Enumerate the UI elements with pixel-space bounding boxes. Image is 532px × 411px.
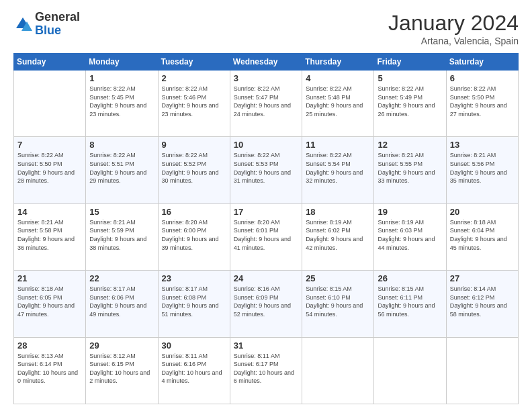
weekday-header: Sunday	[14, 54, 86, 71]
day-info: Sunrise: 8:22 AMSunset: 5:53 PMDaylight:…	[234, 151, 298, 185]
weekday-header: Wednesday	[230, 54, 302, 71]
calendar-cell: 29Sunrise: 8:12 AMSunset: 6:15 PMDayligh…	[86, 337, 158, 404]
day-number: 25	[306, 273, 370, 283]
day-info: Sunrise: 8:19 AMSunset: 6:02 PMDaylight:…	[306, 218, 370, 252]
calendar-cell: 14Sunrise: 8:21 AMSunset: 5:58 PMDayligh…	[14, 203, 86, 270]
day-number: 19	[378, 207, 442, 217]
calendar-cell: 18Sunrise: 8:19 AMSunset: 6:02 PMDayligh…	[302, 203, 374, 270]
day-number: 15	[89, 207, 154, 217]
calendar-cell: 11Sunrise: 8:22 AMSunset: 5:54 PMDayligh…	[302, 137, 374, 203]
calendar-cell: 7Sunrise: 8:22 AMSunset: 5:50 PMDaylight…	[14, 137, 86, 203]
day-number: 23	[162, 273, 226, 283]
weekday-header: Saturday	[446, 54, 518, 71]
day-number: 3	[234, 73, 298, 83]
weekday-header: Monday	[86, 54, 158, 71]
day-info: Sunrise: 8:20 AMSunset: 6:00 PMDaylight:…	[162, 218, 226, 252]
day-number: 5	[378, 73, 442, 83]
day-number: 20	[450, 207, 515, 217]
day-info: Sunrise: 8:17 AMSunset: 6:08 PMDaylight:…	[162, 285, 226, 318]
day-number: 27	[450, 273, 515, 283]
title-location: Artana, Valencia, Spain	[388, 36, 519, 46]
logo-general: General	[35, 11, 80, 24]
day-info: Sunrise: 8:22 AMSunset: 5:46 PMDaylight:…	[162, 85, 226, 118]
calendar-cell: 16Sunrise: 8:20 AMSunset: 6:00 PMDayligh…	[158, 203, 230, 270]
calendar-cell: 22Sunrise: 8:17 AMSunset: 6:06 PMDayligh…	[86, 271, 158, 337]
calendar-cell: 25Sunrise: 8:15 AMSunset: 6:10 PMDayligh…	[302, 271, 374, 337]
day-number: 9	[162, 140, 226, 150]
logo-icon	[13, 15, 32, 34]
day-info: Sunrise: 8:20 AMSunset: 6:01 PMDaylight:…	[234, 218, 298, 252]
day-info: Sunrise: 8:18 AMSunset: 6:04 PMDaylight:…	[450, 218, 515, 252]
day-info: Sunrise: 8:21 AMSunset: 5:55 PMDaylight:…	[378, 151, 442, 185]
day-number: 7	[17, 140, 82, 150]
calendar-cell	[14, 71, 86, 137]
calendar-cell: 24Sunrise: 8:16 AMSunset: 6:09 PMDayligh…	[230, 271, 302, 337]
calendar-cell: 15Sunrise: 8:21 AMSunset: 5:59 PMDayligh…	[86, 203, 158, 270]
day-info: Sunrise: 8:22 AMSunset: 5:47 PMDaylight:…	[234, 85, 298, 118]
day-info: Sunrise: 8:22 AMSunset: 5:50 PMDaylight:…	[17, 151, 82, 185]
day-info: Sunrise: 8:16 AMSunset: 6:09 PMDaylight:…	[234, 285, 298, 318]
calendar-cell: 17Sunrise: 8:20 AMSunset: 6:01 PMDayligh…	[230, 203, 302, 270]
day-number: 8	[89, 140, 154, 150]
day-number: 13	[450, 140, 515, 150]
day-info: Sunrise: 8:21 AMSunset: 5:56 PMDaylight:…	[450, 151, 515, 185]
calendar-cell: 23Sunrise: 8:17 AMSunset: 6:08 PMDayligh…	[158, 271, 230, 337]
weekday-header: Thursday	[302, 54, 374, 71]
day-number: 14	[17, 207, 82, 217]
day-info: Sunrise: 8:11 AMSunset: 6:16 PMDaylight:…	[162, 352, 226, 385]
day-number: 16	[162, 207, 226, 217]
day-info: Sunrise: 8:22 AMSunset: 5:48 PMDaylight:…	[306, 85, 370, 118]
calendar-cell: 19Sunrise: 8:19 AMSunset: 6:03 PMDayligh…	[374, 203, 446, 270]
calendar-cell: 10Sunrise: 8:22 AMSunset: 5:53 PMDayligh…	[230, 137, 302, 203]
day-number: 10	[234, 140, 298, 150]
day-info: Sunrise: 8:22 AMSunset: 5:45 PMDaylight:…	[89, 85, 154, 118]
calendar-cell: 21Sunrise: 8:18 AMSunset: 6:05 PMDayligh…	[14, 271, 86, 337]
day-number: 26	[378, 273, 442, 283]
calendar-cell: 9Sunrise: 8:22 AMSunset: 5:52 PMDaylight…	[158, 137, 230, 203]
day-info: Sunrise: 8:22 AMSunset: 5:49 PMDaylight:…	[378, 85, 442, 118]
calendar-cell: 6Sunrise: 8:22 AMSunset: 5:50 PMDaylight…	[446, 71, 518, 137]
day-info: Sunrise: 8:13 AMSunset: 6:14 PMDaylight:…	[17, 352, 82, 385]
day-info: Sunrise: 8:11 AMSunset: 6:17 PMDaylight:…	[234, 352, 298, 385]
calendar-cell	[302, 337, 374, 404]
day-info: Sunrise: 8:14 AMSunset: 6:12 PMDaylight:…	[450, 285, 515, 318]
day-info: Sunrise: 8:12 AMSunset: 6:15 PMDaylight:…	[89, 352, 154, 385]
day-number: 12	[378, 140, 442, 150]
day-info: Sunrise: 8:17 AMSunset: 6:06 PMDaylight:…	[89, 285, 154, 318]
day-number: 4	[306, 73, 370, 83]
day-number: 18	[306, 207, 370, 217]
calendar-cell: 8Sunrise: 8:22 AMSunset: 5:51 PMDaylight…	[86, 137, 158, 203]
logo-blue: Blue	[35, 24, 80, 38]
day-info: Sunrise: 8:19 AMSunset: 6:03 PMDaylight:…	[378, 218, 442, 252]
calendar-cell: 28Sunrise: 8:13 AMSunset: 6:14 PMDayligh…	[14, 337, 86, 404]
header: General Blue January 2024 Artana, Valenc…	[13, 11, 519, 46]
day-info: Sunrise: 8:21 AMSunset: 5:59 PMDaylight:…	[89, 218, 154, 252]
title-block: January 2024 Artana, Valencia, Spain	[388, 11, 519, 46]
calendar-cell: 31Sunrise: 8:11 AMSunset: 6:17 PMDayligh…	[230, 337, 302, 404]
day-number: 6	[450, 73, 515, 83]
day-info: Sunrise: 8:18 AMSunset: 6:05 PMDaylight:…	[17, 285, 82, 318]
calendar-cell: 26Sunrise: 8:15 AMSunset: 6:11 PMDayligh…	[374, 271, 446, 337]
calendar-cell: 1Sunrise: 8:22 AMSunset: 5:45 PMDaylight…	[86, 71, 158, 137]
day-info: Sunrise: 8:22 AMSunset: 5:54 PMDaylight:…	[306, 151, 370, 185]
day-number: 21	[17, 273, 82, 283]
day-number: 2	[162, 73, 226, 83]
day-number: 28	[17, 340, 82, 351]
day-info: Sunrise: 8:22 AMSunset: 5:51 PMDaylight:…	[89, 151, 154, 185]
logo: General Blue	[13, 11, 80, 38]
calendar-cell: 2Sunrise: 8:22 AMSunset: 5:46 PMDaylight…	[158, 71, 230, 137]
day-number: 31	[234, 340, 298, 351]
day-number: 22	[89, 273, 154, 283]
weekday-header: Tuesday	[158, 54, 230, 71]
day-number: 30	[162, 340, 226, 351]
calendar-cell: 20Sunrise: 8:18 AMSunset: 6:04 PMDayligh…	[446, 203, 518, 270]
day-number: 11	[306, 140, 370, 150]
calendar-cell: 4Sunrise: 8:22 AMSunset: 5:48 PMDaylight…	[302, 71, 374, 137]
day-number: 24	[234, 273, 298, 283]
calendar-cell	[374, 337, 446, 404]
day-info: Sunrise: 8:22 AMSunset: 5:50 PMDaylight:…	[450, 85, 515, 118]
weekday-header: Friday	[374, 54, 446, 71]
calendar-cell: 5Sunrise: 8:22 AMSunset: 5:49 PMDaylight…	[374, 71, 446, 137]
calendar: SundayMondayTuesdayWednesdayThursdayFrid…	[13, 53, 519, 404]
day-number: 17	[234, 207, 298, 217]
